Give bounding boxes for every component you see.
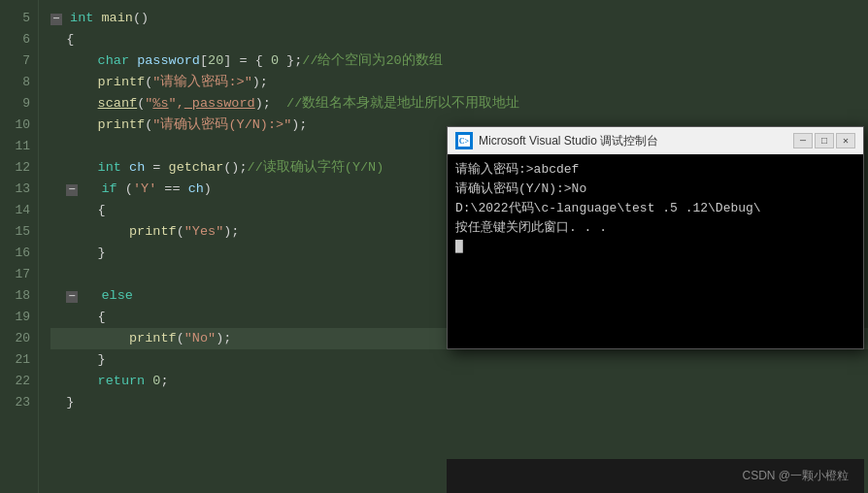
maximize-button[interactable]: □ [815,133,834,148]
close-button[interactable]: ✕ [836,133,855,148]
console-output-line-3: D:\2022代码\c-language\test .5 .12\Debug\ [455,199,855,218]
line-numbers: 5 6 7 8 9 10 11 12 13 14 15 16 17 18 19 … [0,0,39,493]
console-window: C> Microsoft Visual Studio 调试控制台 ─ □ ✕ 请… [447,126,864,349]
code-line: printf("请输入密码:>"); [50,72,868,93]
code-line: return 0; [50,371,868,392]
code-line: ─ int main() [50,8,868,29]
watermark-bar: CSDN @一颗小橙粒 [447,459,864,493]
console-app-icon: C> [455,132,473,149]
fold-icon[interactable]: ─ [50,14,62,25]
console-output-line-2: 请确认密码(Y/N):>No [455,180,855,199]
console-titlebar: C> Microsoft Visual Studio 调试控制台 ─ □ ✕ [448,127,863,154]
code-line: char password[20] = { 0 };//给个空间为20的数组 [50,50,868,72]
fold-icon-if[interactable]: ─ [66,184,78,196]
code-line: { [50,29,868,50]
watermark-text: CSDN @一颗小橙粒 [742,468,849,484]
code-line: } [50,349,868,371]
fold-icon-else[interactable]: ─ [66,291,78,303]
console-title: Microsoft Visual Studio 调试控制台 [479,133,787,149]
console-body: 请输入密码:>abcdef 请确认密码(Y/N):>No D:\2022代码\c… [448,154,863,348]
console-output-line-1: 请输入密码:>abcdef [455,160,855,180]
console-cursor: █ [455,238,855,257]
code-line: scanf("%s", password); //数组名本身就是地址所以不用取地… [50,93,868,115]
minimize-button[interactable]: ─ [793,133,813,148]
console-output-line-4: 按任意键关闭此窗口. . . [455,218,855,238]
console-controls: ─ □ ✕ [793,133,855,148]
code-line: } [50,392,868,413]
